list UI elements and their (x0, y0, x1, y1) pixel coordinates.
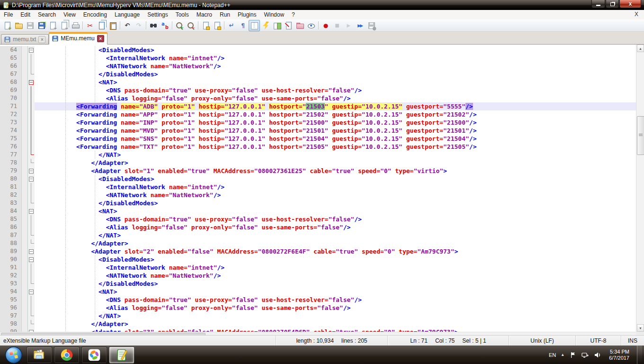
clock[interactable]: 5:34 PM 6/7/2017 (609, 349, 629, 361)
code-line-64[interactable]: 64 <DisabledModes> (0, 46, 636, 54)
volume-icon[interactable] (594, 351, 601, 359)
bookmark-margin[interactable] (21, 135, 27, 143)
sync-horizontal-scrolling-button[interactable] (211, 20, 223, 31)
zoom-out-button[interactable]: − (185, 20, 197, 31)
code-line-76[interactable]: 76 <Forwarding name="TXT" proto="1" host… (0, 143, 636, 151)
bookmark-margin[interactable] (21, 167, 27, 175)
menu-item-view[interactable]: View (60, 10, 80, 19)
start-recording-macro-button[interactable]: ● (320, 20, 331, 31)
bookmark-margin[interactable] (21, 159, 27, 167)
paste-button[interactable] (107, 20, 118, 31)
action-center-flag-icon[interactable] (569, 351, 577, 359)
code-editor[interactable]: 64 <DisabledModes>65 <InternalNetwork na… (0, 45, 636, 332)
bookmark-margin[interactable] (21, 70, 27, 78)
code-line-92[interactable]: 92 <NATNetwork name="NatNetwork"/> (0, 272, 636, 280)
code-line-72[interactable]: 72 <Forwarding name="APP" proto="1" host… (0, 110, 636, 118)
network-icon[interactable] (581, 351, 589, 359)
bookmark-margin[interactable] (21, 328, 27, 332)
code-line-81[interactable]: 81 <InternalNetwork name="intnet"/> (0, 183, 636, 191)
code-line-83[interactable]: 83 </DisabledModes> (0, 199, 636, 207)
start-button[interactable] (5, 346, 23, 364)
code-line-85[interactable]: 85 <DNS pass-domain="true" use-proxy="fa… (0, 215, 636, 223)
menu-item-macro[interactable]: Macro (193, 10, 216, 19)
code-line-91[interactable]: 91 <InternalNetwork name="intnet"/> (0, 264, 636, 272)
eol-format[interactable]: Unix (LF) (530, 337, 554, 344)
bookmark-margin[interactable] (21, 288, 27, 296)
close-button[interactable]: x (619, 0, 641, 8)
bookmark-margin[interactable] (21, 143, 27, 151)
fold-collapse-icon[interactable] (27, 207, 35, 215)
bookmark-margin[interactable] (21, 46, 27, 54)
close-file-button[interactable]: − (47, 20, 58, 31)
vertical-scroll-thumb[interactable] (637, 116, 644, 155)
document-map-button[interactable] (271, 20, 283, 31)
bookmark-margin[interactable] (21, 78, 27, 86)
bookmark-margin[interactable] (21, 255, 27, 264)
code-line-93[interactable]: 93 </DisabledModes> (0, 280, 636, 288)
fold-collapse-icon[interactable] (27, 46, 35, 54)
code-line-67[interactable]: 67 </DisabledModes> (0, 70, 636, 78)
code-line-70[interactable]: 70 <Alias logging="false" proxy-only="fa… (0, 94, 636, 102)
tab-close-icon[interactable]: × (97, 35, 104, 42)
playback-macro-button[interactable]: ▶ (343, 20, 354, 31)
fold-collapse-icon[interactable] (27, 167, 35, 175)
code-line-96[interactable]: 96 <Alias logging="false" proxy-only="fa… (0, 304, 636, 312)
bookmark-margin[interactable] (21, 296, 27, 304)
vertical-scrollbar[interactable]: ▲ ▼ (636, 45, 644, 332)
bookmark-margin[interactable] (21, 215, 27, 223)
code-line-99[interactable]: 99 <Adapter slot="3" enabled="false" MAC… (0, 328, 636, 332)
show-desktop-button[interactable] (637, 346, 642, 364)
code-line-87[interactable]: 87 </NAT> (0, 231, 636, 239)
bookmark-margin[interactable] (21, 94, 27, 102)
code-line-84[interactable]: 84 <NAT> (0, 207, 636, 215)
cut-button[interactable]: ✂ (84, 20, 96, 31)
code-line-94[interactable]: 94 <NAT> (0, 288, 636, 296)
sync-vertical-scrolling-button[interactable] (200, 20, 211, 31)
open-file-button[interactable] (13, 20, 24, 31)
code-line-78[interactable]: 78 </Adapter> (0, 159, 636, 167)
close-all-button[interactable]: − (58, 20, 70, 31)
bookmark-margin[interactable] (21, 247, 27, 255)
bookmark-margin[interactable] (21, 280, 27, 288)
insert-mode[interactable]: INS (628, 337, 637, 344)
show-all-characters-button[interactable]: ¶ (237, 20, 249, 31)
taskbar-app-notepad-plus-plus[interactable] (109, 346, 134, 364)
bookmark-margin[interactable] (21, 223, 27, 231)
code-line-98[interactable]: 98 </Adapter> (0, 320, 636, 328)
stop-recording-macro-button[interactable]: ■ (331, 20, 343, 31)
bookmark-margin[interactable] (21, 62, 27, 70)
bookmark-margin[interactable] (21, 54, 27, 62)
tab-memu-txt[interactable]: memu.txt× (1, 34, 49, 44)
code-line-79[interactable]: 79 <Adapter slot="1" enabled="true" MACA… (0, 167, 636, 175)
menu-item-plugins[interactable]: Plugins (234, 10, 260, 19)
bookmark-margin[interactable] (21, 127, 27, 135)
print-button[interactable] (70, 20, 81, 31)
copy-button[interactable] (96, 20, 107, 31)
scroll-down-icon[interactable]: ▼ (637, 324, 644, 332)
menu-item-edit[interactable]: Edit (17, 10, 34, 19)
menu-item-window[interactable]: Window (260, 10, 288, 19)
code-line-75[interactable]: 75 <Forwarding name="SNS" proto="1" host… (0, 135, 636, 143)
save-recorded-macro-button[interactable]: ● (366, 20, 377, 31)
language-indicator[interactable]: EN (549, 352, 556, 358)
replace-button[interactable]: ab (159, 20, 170, 31)
fold-collapse-icon[interactable] (27, 328, 35, 332)
redo-button[interactable]: ↷ (133, 20, 144, 31)
bookmark-margin[interactable] (21, 304, 27, 312)
taskbar-app-chrome[interactable] (54, 346, 80, 364)
tab-close-icon[interactable]: × (38, 36, 45, 43)
code-line-71[interactable]: 71 <Forwarding name="ADB" proto="1" host… (0, 102, 636, 110)
code-line-86[interactable]: 86 <Alias logging="false" proxy-only="fa… (0, 223, 636, 231)
scroll-up-icon[interactable]: ▲ (637, 45, 644, 52)
code-line-97[interactable]: 97 </NAT> (0, 312, 636, 320)
taskbar-app-file-explorer[interactable] (27, 346, 52, 364)
zoom-in-button[interactable]: + (174, 20, 185, 31)
document-edit-button[interactable] (283, 20, 294, 31)
menu-item-encoding[interactable]: Encoding (80, 10, 111, 19)
menu-item-help[interactable]: ? (288, 10, 299, 19)
minimize-button[interactable] (591, 0, 605, 8)
find-button[interactable] (148, 20, 159, 31)
bookmark-margin[interactable] (21, 312, 27, 320)
code-line-95[interactable]: 95 <DNS pass-domain="true" use-proxy="fa… (0, 296, 636, 304)
code-line-88[interactable]: 88 </Adapter> (0, 239, 636, 247)
